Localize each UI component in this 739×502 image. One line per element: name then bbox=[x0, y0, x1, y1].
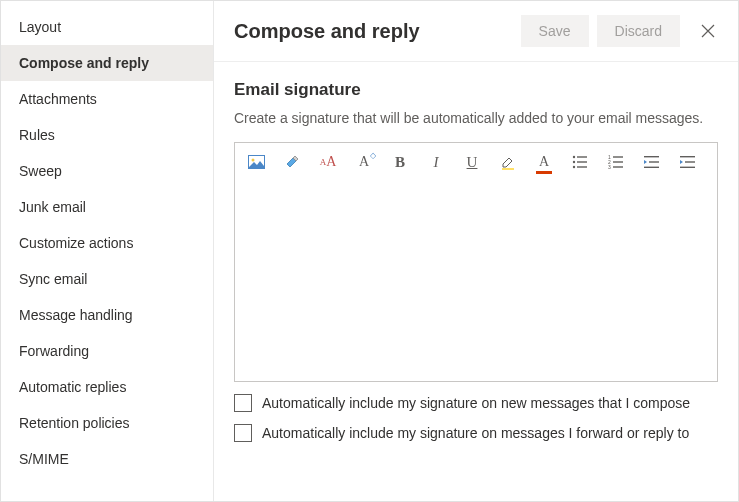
outdent-icon[interactable] bbox=[641, 151, 663, 173]
italic-icon[interactable]: I bbox=[425, 151, 447, 173]
svg-rect-19 bbox=[685, 161, 695, 162]
svg-text:3: 3 bbox=[608, 164, 611, 169]
settings-dialog: Layout Compose and reply Attachments Rul… bbox=[0, 0, 739, 502]
sidebar-item-customize-actions[interactable]: Customize actions bbox=[1, 225, 213, 261]
sidebar-item-automatic-replies[interactable]: Automatic replies bbox=[1, 369, 213, 405]
checkbox-new-messages-row: Automatically include my signature on ne… bbox=[234, 394, 718, 412]
sidebar-item-junk-email[interactable]: Junk email bbox=[1, 189, 213, 225]
svg-point-5 bbox=[573, 161, 575, 163]
header: Compose and reply Save Discard bbox=[214, 1, 738, 62]
checkbox-replies-label: Automatically include my signature on me… bbox=[262, 425, 689, 441]
clear-format-icon[interactable]: A◇ bbox=[353, 151, 375, 173]
font-size-icon[interactable]: AA bbox=[317, 151, 339, 173]
sidebar: Layout Compose and reply Attachments Rul… bbox=[1, 1, 214, 501]
sidebar-item-smime[interactable]: S/MIME bbox=[1, 441, 213, 477]
svg-rect-18 bbox=[680, 156, 695, 157]
main-content: Compose and reply Save Discard Email sig… bbox=[214, 1, 738, 501]
svg-rect-4 bbox=[577, 156, 587, 157]
sidebar-item-retention-policies[interactable]: Retention policies bbox=[1, 405, 213, 441]
format-painter-icon[interactable] bbox=[281, 151, 303, 173]
bold-icon[interactable]: B bbox=[389, 151, 411, 173]
svg-point-3 bbox=[573, 156, 575, 158]
svg-point-7 bbox=[573, 166, 575, 168]
svg-rect-17 bbox=[644, 167, 659, 168]
sidebar-item-attachments[interactable]: Attachments bbox=[1, 81, 213, 117]
highlight-icon[interactable] bbox=[497, 151, 519, 173]
close-icon[interactable] bbox=[698, 21, 718, 41]
sidebar-item-forwarding[interactable]: Forwarding bbox=[1, 333, 213, 369]
underline-icon[interactable]: U bbox=[461, 151, 483, 173]
signature-editor: AA A◇ B I U A bbox=[234, 142, 718, 382]
svg-rect-20 bbox=[680, 167, 695, 168]
svg-rect-15 bbox=[644, 156, 659, 157]
sidebar-item-rules[interactable]: Rules bbox=[1, 117, 213, 153]
sidebar-item-message-handling[interactable]: Message handling bbox=[1, 297, 213, 333]
discard-button[interactable]: Discard bbox=[597, 15, 680, 47]
svg-rect-12 bbox=[613, 161, 623, 162]
number-list-icon[interactable]: 123 bbox=[605, 151, 627, 173]
checkbox-replies-row: Automatically include my signature on me… bbox=[234, 424, 718, 442]
svg-rect-10 bbox=[613, 156, 623, 157]
section-description: Create a signature that will be automati… bbox=[234, 110, 718, 126]
sidebar-item-sweep[interactable]: Sweep bbox=[1, 153, 213, 189]
checkbox-replies[interactable] bbox=[234, 424, 252, 442]
svg-rect-8 bbox=[577, 166, 587, 167]
sidebar-item-compose-and-reply[interactable]: Compose and reply bbox=[1, 45, 213, 81]
signature-textarea[interactable] bbox=[235, 181, 717, 381]
svg-rect-16 bbox=[649, 161, 659, 162]
bullet-list-icon[interactable] bbox=[569, 151, 591, 173]
indent-icon[interactable] bbox=[677, 151, 699, 173]
sidebar-item-layout[interactable]: Layout bbox=[1, 9, 213, 45]
section-title: Email signature bbox=[234, 80, 718, 100]
svg-point-1 bbox=[251, 159, 254, 162]
svg-rect-6 bbox=[577, 161, 587, 162]
font-color-icon[interactable]: A bbox=[533, 151, 555, 173]
svg-rect-14 bbox=[613, 166, 623, 167]
svg-rect-2 bbox=[502, 168, 514, 170]
content: Email signature Create a signature that … bbox=[214, 62, 738, 460]
checkbox-new-messages-label: Automatically include my signature on ne… bbox=[262, 395, 690, 411]
sidebar-item-sync-email[interactable]: Sync email bbox=[1, 261, 213, 297]
save-button[interactable]: Save bbox=[521, 15, 589, 47]
image-icon[interactable] bbox=[245, 151, 267, 173]
page-title: Compose and reply bbox=[234, 20, 513, 43]
editor-toolbar: AA A◇ B I U A bbox=[235, 143, 717, 181]
checkbox-new-messages[interactable] bbox=[234, 394, 252, 412]
